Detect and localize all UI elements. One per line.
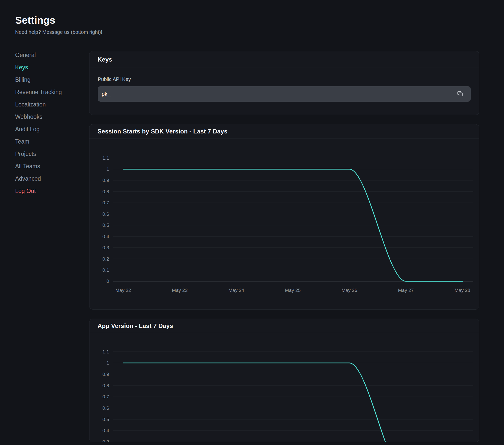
svg-text:May 28: May 28	[455, 288, 470, 293]
public-api-key-input[interactable]	[98, 86, 471, 102]
svg-text:0.4: 0.4	[103, 428, 109, 433]
chart-canvas: 1.110.90.80.70.60.50.40.30.20.10	[89, 333, 479, 442]
sidebar-item-keys[interactable]: Keys	[15, 61, 89, 74]
sidebar-item-team[interactable]: Team	[15, 135, 89, 148]
sidebar-item-projects[interactable]: Projects	[15, 148, 89, 160]
sdk-version-chart-card: Session Starts by SDK Version - Last 7 D…	[89, 124, 479, 310]
help-subtitle: Need help? Message us (bottom right)!	[15, 29, 479, 35]
svg-text:May 27: May 27	[398, 288, 414, 293]
keys-card-body: Public API Key	[89, 68, 479, 115]
sdk-chart-title: Session Starts by SDK Version - Last 7 D…	[98, 128, 227, 135]
sidebar-item-localization[interactable]: Localization	[15, 98, 89, 111]
svg-text:0.1: 0.1	[103, 267, 109, 273]
svg-text:May 26: May 26	[341, 288, 357, 293]
keys-card: Keys Public API Key	[89, 51, 479, 115]
svg-text:May 25: May 25	[285, 288, 301, 293]
sidebar-item-audit-log[interactable]: Audit Log	[15, 123, 89, 135]
svg-text:1.1: 1.1	[103, 349, 109, 354]
svg-text:0.5: 0.5	[103, 222, 109, 228]
sdk-version-chart: 1.110.90.80.70.60.50.40.30.20.10May 22Ma…	[89, 138, 479, 309]
svg-text:May 24: May 24	[229, 288, 244, 293]
svg-text:0.6: 0.6	[103, 211, 109, 217]
sidebar-item-billing[interactable]: Billing	[15, 74, 89, 86]
svg-text:May 22: May 22	[115, 288, 131, 293]
svg-text:1.1: 1.1	[103, 155, 109, 161]
sidebar-item-general[interactable]: General	[15, 49, 89, 61]
svg-text:0: 0	[106, 279, 109, 284]
sidebar-item-advanced[interactable]: Advanced	[15, 173, 89, 185]
keys-card-header: Keys	[89, 51, 479, 68]
svg-text:0.5: 0.5	[103, 417, 109, 422]
content: General Keys Billing Revenue Tracking Lo…	[15, 49, 479, 445]
svg-text:0.9: 0.9	[103, 178, 109, 183]
svg-text:0.8: 0.8	[103, 189, 109, 194]
page-header: Settings Need help? Message us (bottom r…	[15, 14, 479, 35]
svg-text:0.8: 0.8	[103, 383, 109, 388]
public-api-key-label: Public API Key	[98, 76, 471, 82]
svg-text:0.2: 0.2	[103, 256, 109, 262]
keys-card-title: Keys	[98, 56, 112, 63]
sdk-chart-header: Session Starts by SDK Version - Last 7 D…	[89, 124, 479, 138]
copy-api-key-button[interactable]	[456, 90, 464, 98]
settings-sidebar: General Keys Billing Revenue Tracking Lo…	[15, 49, 89, 197]
chart-canvas: 1.110.90.80.70.60.50.40.30.20.10May 22Ma…	[89, 138, 479, 309]
sidebar-item-revenue-tracking[interactable]: Revenue Tracking	[15, 86, 89, 98]
sidebar-item-all-teams[interactable]: All Teams	[15, 160, 89, 173]
sidebar-menu: General Keys Billing Revenue Tracking Lo…	[15, 49, 89, 197]
settings-page: Settings Need help? Message us (bottom r…	[0, 0, 504, 445]
svg-text:0.4: 0.4	[103, 234, 109, 239]
page-title: Settings	[15, 14, 479, 26]
svg-text:0.9: 0.9	[103, 372, 109, 377]
svg-text:1: 1	[106, 360, 109, 366]
svg-text:0.7: 0.7	[103, 394, 109, 399]
sidebar-item-webhooks[interactable]: Webhooks	[15, 111, 89, 123]
main-panel: Keys Public API Key	[89, 49, 479, 445]
svg-text:0.7: 0.7	[103, 200, 109, 205]
app-chart-title: App Version - Last 7 Days	[98, 322, 173, 329]
app-version-chart-card: App Version - Last 7 Days 1.110.90.80.70…	[89, 319, 479, 442]
app-chart-header: App Version - Last 7 Days	[89, 319, 479, 333]
public-api-key-field-wrap	[98, 86, 471, 102]
svg-text:1: 1	[106, 166, 109, 172]
svg-text:0.6: 0.6	[103, 405, 109, 411]
svg-text:0.3: 0.3	[103, 439, 109, 442]
svg-text:0.3: 0.3	[103, 245, 109, 250]
app-version-chart: 1.110.90.80.70.60.50.40.30.20.10	[89, 333, 479, 442]
sidebar-item-log-out[interactable]: Log Out	[15, 185, 89, 197]
svg-text:May 23: May 23	[172, 288, 187, 293]
copy-icon	[457, 90, 463, 98]
